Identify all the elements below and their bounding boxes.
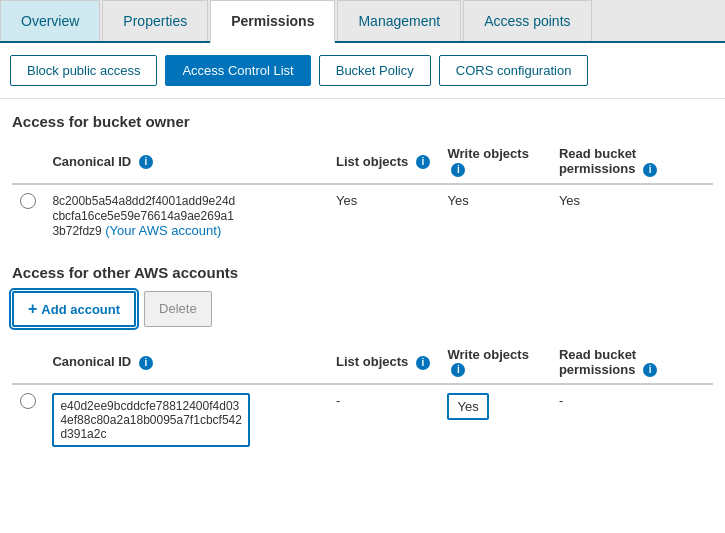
- access-control-list-btn[interactable]: Access Control List: [165, 55, 310, 86]
- cors-configuration-btn[interactable]: CORS configuration: [439, 55, 589, 86]
- other-canonical-id-text: e40d2ee9bcddcfe78812400f4d034ef88c80a2a1…: [52, 393, 250, 447]
- other-list-objects-header: List objects i: [328, 341, 439, 385]
- row-radio[interactable]: [20, 193, 36, 209]
- list-objects-header: List objects i: [328, 140, 439, 184]
- tab-overview[interactable]: Overview: [0, 0, 100, 41]
- other-row-radio-cell: [12, 384, 44, 455]
- other-read-bucket-perm-header: Read bucket permissions i: [551, 341, 713, 385]
- other-canonical-id-info-icon[interactable]: i: [139, 356, 153, 370]
- other-list-objects-cell: -: [328, 384, 439, 455]
- canonical-id-header: Canonical ID i: [44, 140, 328, 184]
- other-list-objects-info-icon[interactable]: i: [416, 356, 430, 370]
- other-write-objects-header: Write objects i: [439, 341, 550, 385]
- tab-properties[interactable]: Properties: [102, 0, 208, 41]
- bucket-policy-btn[interactable]: Bucket Policy: [319, 55, 431, 86]
- write-objects-cell: Yes: [439, 184, 550, 246]
- tab-management[interactable]: Management: [337, 0, 461, 41]
- bucket-owner-section: Access for bucket owner Canonical ID i L…: [0, 99, 725, 250]
- block-public-access-btn[interactable]: Block public access: [10, 55, 157, 86]
- other-write-objects-info-icon[interactable]: i: [451, 363, 465, 377]
- read-perm-cell: Yes: [551, 184, 713, 246]
- row-radio-cell: [12, 184, 44, 246]
- list-objects-cell: Yes: [328, 184, 439, 246]
- other-canonical-id-cell: e40d2ee9bcddcfe78812400f4d034ef88c80a2a1…: [44, 384, 328, 455]
- aws-account-link[interactable]: (Your AWS account): [105, 223, 221, 238]
- read-bucket-perm-header: Read bucket permissions i: [551, 140, 713, 184]
- bucket-owner-title: Access for bucket owner: [12, 113, 713, 130]
- add-account-button[interactable]: +Add account: [12, 291, 136, 327]
- bucket-owner-table: Canonical ID i List objects i Write obje…: [12, 140, 713, 246]
- delete-button[interactable]: Delete: [144, 291, 212, 327]
- table-row: 8c200b5a54a8dd2f4001add9e24dcbcfa16ce5e5…: [12, 184, 713, 246]
- write-objects-header: Write objects i: [439, 140, 550, 184]
- tab-permissions[interactable]: Permissions: [210, 0, 335, 43]
- other-read-perm-info-icon[interactable]: i: [643, 363, 657, 377]
- sub-nav-bar: Block public access Access Control List …: [0, 43, 725, 99]
- action-bar: +Add account Delete: [12, 291, 713, 327]
- list-objects-info-icon[interactable]: i: [416, 155, 430, 169]
- select-col-header: [12, 140, 44, 184]
- write-objects-info-icon[interactable]: i: [451, 163, 465, 177]
- tab-access-points[interactable]: Access points: [463, 0, 591, 41]
- other-accounts-title: Access for other AWS accounts: [12, 264, 713, 281]
- other-read-perm-cell: -: [551, 384, 713, 455]
- other-write-objects-cell: Yes: [439, 384, 550, 455]
- other-canonical-id-header: Canonical ID i: [44, 341, 328, 385]
- plus-icon: +: [28, 300, 37, 317]
- other-write-objects-value: Yes: [447, 393, 488, 420]
- tab-bar: Overview Properties Permissions Manageme…: [0, 0, 725, 43]
- canonical-id-cell: 8c200b5a54a8dd2f4001add9e24dcbcfa16ce5e5…: [44, 184, 328, 246]
- other-accounts-table: Canonical ID i List objects i Write obje…: [12, 341, 713, 456]
- read-perm-info-icon[interactable]: i: [643, 163, 657, 177]
- table-row: e40d2ee9bcddcfe78812400f4d034ef88c80a2a1…: [12, 384, 713, 455]
- other-accounts-section: Access for other AWS accounts +Add accou…: [0, 250, 725, 460]
- other-row-radio[interactable]: [20, 393, 36, 409]
- other-select-col-header: [12, 341, 44, 385]
- canonical-id-info-icon[interactable]: i: [139, 155, 153, 169]
